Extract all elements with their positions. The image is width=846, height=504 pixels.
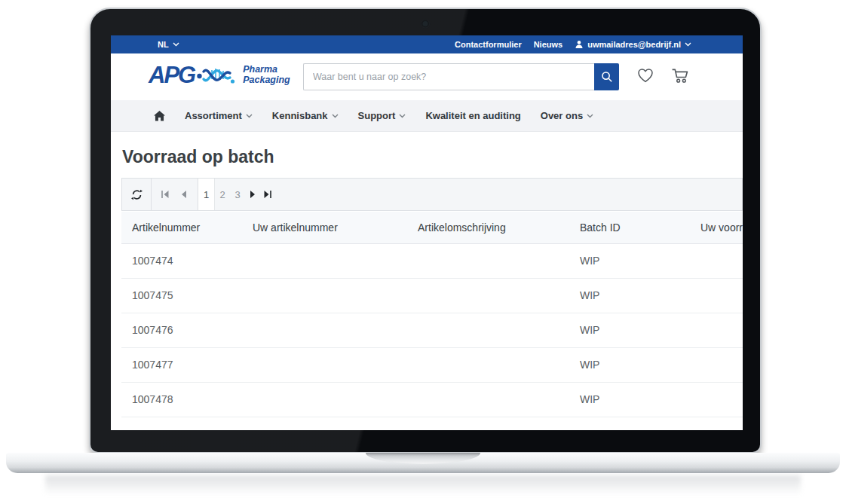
account-email: uwmailadres@bedrijf.nl xyxy=(587,40,681,49)
header-icons xyxy=(636,66,691,84)
page-button-1[interactable]: 1 xyxy=(198,179,215,210)
chevron-down-icon xyxy=(246,114,253,118)
heart-icon xyxy=(636,66,655,84)
page-button-3[interactable]: 3 xyxy=(230,189,245,200)
table-header-row: Artikelnummer Uw artikelnummer Artikelom… xyxy=(121,212,743,243)
laptop-reflection xyxy=(45,475,801,495)
cell-uw-voorraad xyxy=(690,278,743,313)
cell-uw-voorraad xyxy=(690,243,743,278)
page-button-2[interactable]: 2 xyxy=(215,189,230,200)
refresh-button[interactable] xyxy=(122,179,152,210)
cell-artikelomschrijving xyxy=(407,382,569,417)
table-row: 1007477 WIP xyxy=(121,347,743,382)
next-page-icon xyxy=(248,190,257,199)
person-icon xyxy=(575,40,584,49)
next-page-button[interactable] xyxy=(245,190,260,199)
chevron-down-icon xyxy=(685,42,691,47)
cell-uw-artikelnummer xyxy=(242,243,407,278)
topbar-link-contactformulier[interactable]: Contactformulier xyxy=(455,40,522,49)
cell-artikelnummer: 1007475 xyxy=(121,278,242,313)
browser-viewport: NL Contactformulier Nieuws uwmailadres@b… xyxy=(111,35,743,430)
nav-home[interactable] xyxy=(154,111,165,121)
site-header: APG Pharma Packaging xyxy=(111,53,743,100)
wishlist-button[interactable] xyxy=(636,66,655,84)
table-row: 1007476 WIP xyxy=(121,313,743,347)
pagination-nav-cell xyxy=(152,179,198,210)
cell-uw-artikelnummer xyxy=(242,347,407,382)
cart-button[interactable] xyxy=(670,66,691,84)
cell-batch-id: WIP xyxy=(569,313,690,347)
nav-item-kennisbank[interactable]: Kennisbank xyxy=(272,110,339,121)
nav-item-over-ons[interactable]: Over ons xyxy=(541,110,593,121)
laptop-base-notch xyxy=(366,453,480,464)
page-content: Voorraad op batch xyxy=(111,147,743,430)
cell-artikelnummer: 1007476 xyxy=(121,313,242,347)
col-header-artikelnummer: Artikelnummer xyxy=(121,212,242,243)
cell-uw-artikelnummer xyxy=(242,382,407,417)
table-row-partial xyxy=(121,417,743,430)
cell-uw-voorraad xyxy=(690,347,743,382)
nav-item-label: Support xyxy=(358,110,396,121)
page-title: Voorraad op batch xyxy=(122,147,743,167)
col-header-uw-artikelnummer: Uw artikelnummer xyxy=(242,212,407,243)
chevron-down-icon xyxy=(173,42,179,47)
chevron-down-icon xyxy=(587,114,593,118)
pagination: 1 2 3 xyxy=(121,178,743,211)
nav-item-kwaliteit-en-auditing[interactable]: Kwaliteit en auditing xyxy=(425,110,520,121)
search-bar xyxy=(303,63,619,90)
search-input[interactable] xyxy=(303,63,594,90)
laptop-mockup: NL Contactformulier Nieuws uwmailadres@b… xyxy=(0,0,846,504)
nav-item-label: Over ons xyxy=(541,110,583,121)
prev-page-button[interactable] xyxy=(179,190,189,199)
logo-tagline: Pharma Packaging xyxy=(243,64,290,85)
cell-artikelnummer: 1007474 xyxy=(121,243,242,278)
nav-item-label: Kwaliteit en auditing xyxy=(425,110,520,121)
cell-batch-id: WIP xyxy=(569,243,690,278)
cell-batch-id: WIP xyxy=(569,347,690,382)
cell-uw-artikelnummer xyxy=(242,313,407,347)
laptop-base xyxy=(6,453,840,473)
webcam-icon xyxy=(423,21,428,26)
search-button[interactable] xyxy=(594,63,619,90)
cell-uw-voorraad xyxy=(690,313,743,347)
chevron-down-icon xyxy=(332,114,339,118)
logo-tagline-line2: Packaging xyxy=(243,75,290,85)
account-menu[interactable]: uwmailadres@bedrijf.nl xyxy=(575,40,691,49)
language-selector[interactable]: NL xyxy=(158,40,179,49)
nav-item-support[interactable]: Support xyxy=(358,110,406,121)
stock-table: Artikelnummer Uw artikelnummer Artikelom… xyxy=(121,212,743,430)
cell-artikelomschrijving xyxy=(407,347,569,382)
pagination-pages: 2 3 xyxy=(215,179,275,210)
topbar-link-nieuws[interactable]: Nieuws xyxy=(534,40,563,49)
first-page-button[interactable] xyxy=(161,190,170,199)
topbar: NL Contactformulier Nieuws uwmailadres@b… xyxy=(111,35,743,53)
last-page-icon xyxy=(263,190,272,199)
last-page-button[interactable] xyxy=(260,190,275,199)
col-header-uw-voorraad: Uw voorraad xyxy=(690,212,743,243)
table-row: 1007478 WIP xyxy=(121,382,743,417)
home-icon xyxy=(154,111,165,121)
logo[interactable]: APG Pharma Packaging xyxy=(149,61,290,88)
logo-tagline-line1: Pharma xyxy=(243,64,277,75)
col-header-batch-id: Batch ID xyxy=(569,212,690,243)
cart-icon xyxy=(670,66,691,84)
cell-uw-artikelnummer xyxy=(242,278,407,313)
col-header-artikelomschrijving: Artikelomschrijving xyxy=(407,212,569,243)
cell-artikelomschrijving xyxy=(407,313,569,347)
table-row: 1007474 WIP xyxy=(121,243,743,278)
first-page-icon xyxy=(161,190,170,199)
logo-brand-text: APG xyxy=(149,63,195,87)
cell-artikelnummer: 1007478 xyxy=(121,382,242,417)
nav-item-label: Assortiment xyxy=(185,110,242,121)
cell-artikelnummer: 1007477 xyxy=(121,347,242,382)
cell-batch-id: WIP xyxy=(569,382,690,417)
nav-item-label: Kennisbank xyxy=(272,110,328,121)
prev-page-icon xyxy=(179,190,189,199)
laptop-screen-frame: NL Contactformulier Nieuws uwmailadres@b… xyxy=(89,8,762,454)
nav-item-assortiment[interactable]: Assortiment xyxy=(185,110,253,121)
table-row: 1007475 WIP xyxy=(121,278,743,313)
language-label: NL xyxy=(158,40,169,49)
search-icon xyxy=(601,71,613,83)
cell-artikelomschrijving xyxy=(407,278,569,313)
cell-artikelomschrijving xyxy=(407,243,569,278)
